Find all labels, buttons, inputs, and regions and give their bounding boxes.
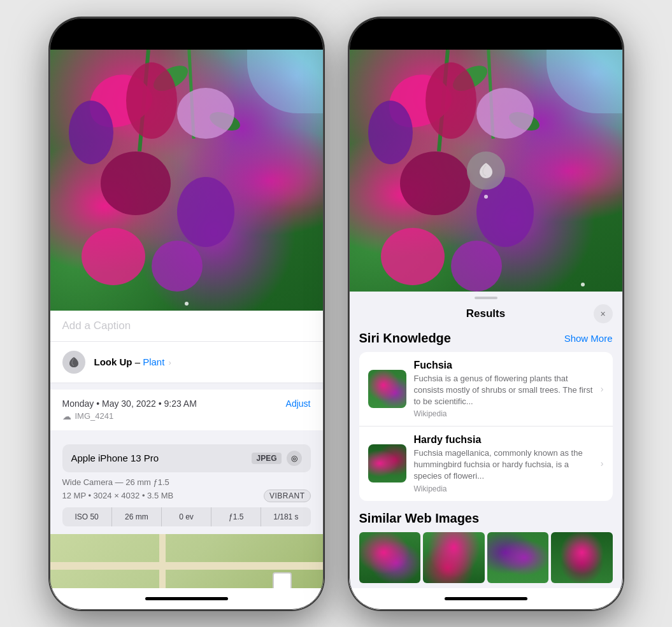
- left-top-bar: [50, 18, 324, 50]
- adjust-button[interactable]: Adjust: [286, 398, 311, 409]
- wide-camera-spec: Wide Camera — 26 mm ƒ1.5: [62, 477, 311, 487]
- left-screen: Add a Caption Look Up – Plant › Monday •…: [50, 50, 324, 588]
- hardy-desc: Fuchsia magellanica, commonly known as t…: [414, 447, 593, 483]
- look-up-icon: [62, 351, 85, 374]
- sheet-handle: [475, 297, 497, 299]
- knowledge-item-fuchsia[interactable]: Fuchsia Fuchsia is a genus of flowering …: [359, 352, 613, 427]
- look-up-row[interactable]: Look Up – Plant ›: [50, 342, 324, 383]
- similar-title: Similar Web Images: [359, 511, 613, 526]
- date-text: Monday • May 30, 2022 • 9:23 AM: [62, 398, 197, 409]
- fuchsia-desc: Fuchsia is a genus of flowering plants t…: [414, 373, 593, 408]
- close-button[interactable]: ×: [594, 304, 613, 323]
- hardy-source: Wikipedia: [414, 484, 593, 493]
- dynamic-island-left: [148, 24, 225, 45]
- results-title: Results: [378, 307, 594, 320]
- camera-name: Apple iPhone 13 Pro: [71, 453, 159, 463]
- look-up-label: Look Up – Plant ›: [94, 356, 171, 367]
- home-indicator-left: [145, 597, 228, 600]
- hardy-chevron: ›: [601, 458, 604, 468]
- similar-images: [359, 532, 613, 583]
- bottom-sheet: Results × Siri Knowledge Show More: [349, 292, 623, 588]
- sheet-header: Results ×: [349, 304, 623, 331]
- fuchsia-text: Fuchsia Fuchsia is a genus of flowering …: [414, 360, 593, 419]
- similar-section: Similar Web Images: [359, 511, 613, 583]
- fuchsia-chevron: ›: [601, 384, 604, 394]
- exif-aperture: ƒ1.5: [211, 507, 261, 526]
- caption-area[interactable]: Add a Caption: [50, 311, 324, 342]
- exif-exposure: 0 ev: [162, 507, 211, 526]
- knowledge-item-hardy[interactable]: Hardy fuchsia Fuchsia magellanica, commo…: [359, 426, 613, 501]
- knowledge-card: Fuchsia Fuchsia is a genus of flowering …: [359, 352, 613, 501]
- visual-lookup-badge[interactable]: [467, 151, 505, 190]
- siri-knowledge-title: Siri Knowledge: [359, 331, 451, 346]
- exif-shutter: 1/181 s: [261, 507, 310, 526]
- format-badge: JPEG: [252, 453, 281, 464]
- location-icon[interactable]: ◎: [287, 451, 302, 466]
- similar-img-1[interactable]: [359, 532, 421, 583]
- hardy-thumb: [368, 444, 406, 483]
- fuchsia-name: Fuchsia: [414, 360, 593, 371]
- leaf-lookup-icon: [476, 161, 496, 180]
- fuchsia-thumb: [368, 370, 406, 408]
- sheet-handle-bar: [349, 292, 623, 304]
- sheet-content: Siri Knowledge Show More Fuchsia Fuchsia…: [349, 331, 623, 588]
- camera-section: Apple iPhone 13 Pro JPEG ◎ Wide Camera —…: [50, 437, 324, 534]
- right-screen: Results × Siri Knowledge Show More: [349, 50, 623, 588]
- fuchsia-source: Wikipedia: [414, 409, 593, 418]
- exif-focal: 26 mm: [112, 507, 162, 526]
- left-phone-bottom: [50, 588, 324, 610]
- similar-img-4[interactable]: [551, 532, 613, 583]
- flower-image-left[interactable]: [50, 50, 324, 311]
- right-phone: Results × Siri Knowledge Show More: [349, 18, 623, 610]
- filename: IMG_4241: [75, 411, 114, 421]
- similar-img-2[interactable]: [423, 532, 485, 583]
- hardy-name: Hardy fuchsia: [414, 434, 593, 446]
- style-badge: VIBRANT: [264, 490, 311, 502]
- home-indicator-right: [445, 597, 527, 600]
- camera-row: Apple iPhone 13 Pro JPEG ◎: [62, 444, 311, 472]
- map-section[interactable]: [50, 534, 324, 588]
- flower-image-right[interactable]: [349, 50, 623, 292]
- resolution-spec: 12 MP • 3024 × 4032 • 3.5 MB: [62, 491, 174, 500]
- hardy-text: Hardy fuchsia Fuchsia magellanica, commo…: [414, 434, 593, 493]
- right-top-bar: [349, 18, 623, 50]
- similar-img-3[interactable]: [487, 532, 549, 583]
- info-section: Monday • May 30, 2022 • 9:23 AM Adjust ☁…: [50, 390, 324, 430]
- phones-container: Add a Caption Look Up – Plant › Monday •…: [0, 0, 672, 627]
- exif-row: ISO 50 26 mm 0 ev ƒ1.5 1/181 s: [62, 507, 311, 526]
- caption-placeholder: Add a Caption: [62, 320, 131, 332]
- left-phone: Add a Caption Look Up – Plant › Monday •…: [50, 18, 324, 610]
- exif-iso: ISO 50: [62, 507, 112, 526]
- leaf-icon: [68, 356, 80, 369]
- right-phone-bottom: [349, 588, 623, 610]
- show-more-button[interactable]: Show More: [564, 333, 613, 344]
- cloud-icon: ☁: [62, 411, 71, 421]
- siri-section-header: Siri Knowledge Show More: [359, 331, 613, 346]
- dynamic-island-right: [448, 24, 524, 45]
